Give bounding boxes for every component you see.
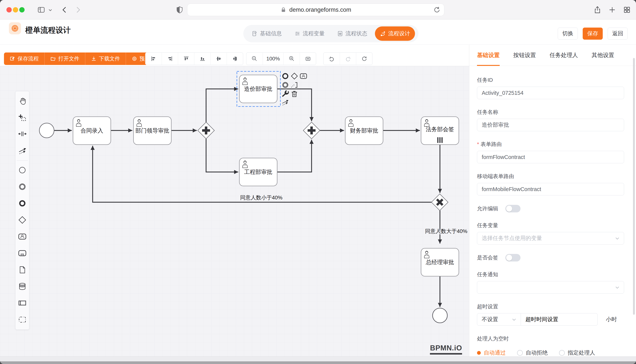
align-left-button[interactable] — [145, 53, 162, 65]
flow-label-lt40[interactable]: 同意人数小于40% — [240, 195, 282, 200]
zoom-level[interactable]: 100% — [263, 53, 283, 65]
append-gateway-icon[interactable] — [290, 72, 299, 80]
radio-dot-checked — [477, 351, 481, 355]
task-variable-select[interactable]: 选择任务节点使用的变量 — [477, 232, 624, 244]
allow-edit-label: 允许编辑 — [477, 205, 498, 212]
timeout-value-input[interactable]: 超时时间设置 — [521, 313, 598, 326]
reload-icon[interactable] — [433, 6, 441, 14]
return-button[interactable]: 返回 — [608, 28, 628, 40]
open-file-button[interactable]: 打开文件 — [45, 52, 85, 65]
task-notify-select[interactable] — [477, 281, 624, 294]
align-center-horizontal-button[interactable] — [210, 53, 227, 65]
svg-text:部门领导审批: 部门领导审批 — [135, 128, 169, 134]
privacy-shield-icon[interactable] — [175, 6, 184, 14]
tab-overview-icon[interactable] — [623, 6, 631, 14]
redo-button[interactable] — [340, 53, 356, 65]
connect-tool-icon[interactable] — [281, 98, 290, 107]
task-name-input[interactable]: 造价部审批 — [477, 119, 624, 131]
task-legal-dept[interactable]: 法务部会签 — [421, 117, 459, 144]
back-button[interactable] — [61, 6, 69, 14]
task-notify-label: 任务通知 — [477, 271, 624, 278]
align-right-button[interactable] — [162, 53, 178, 65]
tab-basic-settings[interactable]: 基础设置 — [477, 45, 500, 66]
task-id-label: 任务ID — [477, 76, 624, 84]
url-text: demo.orangeforms.com — [289, 6, 351, 13]
bpmn-io-logo[interactable]: BPMN.iO — [430, 344, 462, 354]
app-logo — [9, 22, 21, 34]
radio-assign-handler[interactable]: 指定处理人 — [559, 349, 595, 357]
tab-task-assignee[interactable]: 任务处理人 — [550, 45, 578, 66]
parallel-gateway-join[interactable] — [303, 122, 320, 139]
task-dept-leader[interactable]: 部门领导审批 — [133, 117, 171, 144]
align-bottom-button[interactable] — [194, 53, 210, 65]
task-contract-entry[interactable]: 合同录入 — [73, 117, 111, 144]
doc-status-icon — [337, 30, 343, 37]
minimize-window-button[interactable] — [13, 7, 18, 12]
align-top-button[interactable] — [178, 53, 194, 65]
task-cost-dept[interactable]: 造价部审批 — [239, 75, 277, 103]
append-intermediate-event-icon[interactable] — [281, 80, 290, 89]
zoom-window-button[interactable] — [19, 7, 25, 12]
delete-trash-icon[interactable] — [290, 90, 299, 98]
reset-button[interactable] — [356, 53, 372, 65]
radio-auto-reject[interactable]: 自动拒绝 — [517, 349, 548, 357]
lock-icon — [280, 6, 287, 13]
tab-process-variables[interactable]: 流程变量 — [289, 26, 330, 41]
timeout-mode-select[interactable]: 不设置 — [477, 313, 521, 326]
save-flow-button[interactable]: 保存流程 — [4, 52, 45, 65]
radio-dot — [517, 350, 523, 356]
empty-assignee-label: 处理人为空时 — [477, 335, 624, 342]
fit-viewport-button[interactable] — [300, 53, 316, 65]
task-engineering-dept[interactable]: 工程部审批 — [239, 158, 277, 186]
multi-instance-marker — [437, 137, 443, 143]
undo-button[interactable] — [323, 53, 340, 65]
parallel-gateway-split[interactable] — [198, 122, 215, 139]
append-user-task-icon[interactable] — [299, 72, 308, 80]
share-icon[interactable] — [593, 6, 602, 14]
panel-scrollbar[interactable] — [633, 58, 635, 315]
end-event[interactable] — [433, 308, 447, 323]
url-bar[interactable]: demo.orangeforms.com — [187, 4, 444, 16]
radio-auto-approve[interactable]: 自动通过 — [477, 349, 506, 357]
append-text-annotation-icon[interactable] — [290, 80, 299, 89]
download-file-button[interactable]: 下载文件 — [85, 52, 126, 65]
tab-process-status[interactable]: 流程状态 — [332, 26, 372, 41]
countersign-toggle[interactable] — [505, 254, 520, 262]
doc-edit-icon — [252, 30, 258, 37]
task-finance-dept[interactable]: 财务部审批 — [345, 117, 383, 144]
sidebar-icon[interactable] — [37, 6, 45, 14]
bpmn-canvas[interactable]: .edge{stroke:#35353a;stroke-width:4.5;fi… — [0, 66, 469, 356]
tab-button-settings[interactable]: 按钮设置 — [513, 45, 536, 66]
chevron-down-icon[interactable] — [48, 8, 56, 16]
flow-gateway1-to-cost[interactable] — [206, 89, 238, 122]
zoom-in-button[interactable] — [283, 53, 300, 65]
allow-edit-toggle[interactable] — [505, 205, 520, 212]
zoom-out-button[interactable] — [246, 53, 263, 65]
task-id-input[interactable]: Activity_0725154 — [477, 87, 624, 99]
zoom-button-group: 100% — [246, 52, 316, 65]
start-event[interactable] — [39, 123, 54, 138]
mobile-form-route-label: 移动端表单路由 — [477, 173, 624, 180]
chevron-down-icon — [615, 285, 620, 290]
forward-button[interactable] — [74, 6, 82, 14]
exclusive-gateway[interactable] — [432, 194, 448, 210]
tab-process-design[interactable]: 流程设计 — [375, 26, 415, 41]
close-window-button[interactable] — [7, 7, 12, 12]
save-button[interactable]: 保存 — [583, 28, 603, 40]
flow-engineering-to-gateway2[interactable] — [277, 140, 312, 172]
flow-gateway1-to-engineering[interactable] — [206, 138, 238, 172]
bottom-scrollbar-track[interactable] — [0, 356, 636, 361]
svg-text:总经理审批: 总经理审批 — [426, 259, 454, 265]
change-type-wrench-icon[interactable] — [281, 90, 290, 98]
tab-other-settings[interactable]: 其他设置 — [591, 45, 614, 66]
form-route-label: *表单路由 — [477, 141, 624, 148]
switch-button[interactable]: 切换 — [558, 28, 578, 40]
new-tab-icon[interactable] — [608, 6, 616, 14]
flow-label-gt40[interactable]: 同意人数大于40% — [425, 228, 467, 234]
align-center-vertical-button[interactable] — [227, 53, 243, 65]
task-general-manager[interactable]: 总经理审批 — [421, 248, 459, 276]
mobile-form-route-input[interactable]: formMobileFlowContract — [477, 183, 624, 196]
form-route-input[interactable]: formFlowContract — [477, 151, 624, 163]
append-end-event-icon[interactable] — [281, 72, 290, 80]
tab-basic-info[interactable]: 基础信息 — [247, 26, 287, 41]
